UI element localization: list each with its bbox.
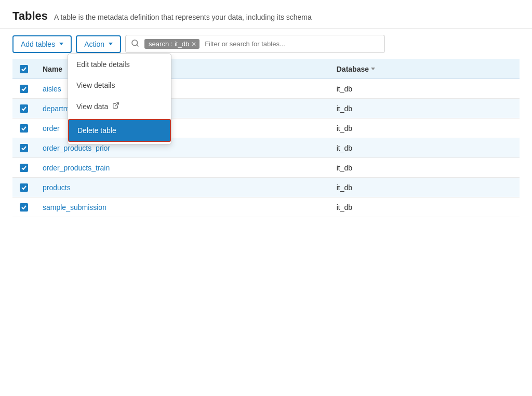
row-name-cell: sample_submission (35, 197, 329, 217)
svg-line-0 (115, 103, 118, 106)
edit-table-details-label: Edit table details (76, 60, 130, 69)
row-database-cell: it_db (329, 118, 520, 138)
database-header: Database (329, 59, 520, 79)
checkbox-header (12, 59, 35, 79)
table-row: productsit_db (12, 178, 520, 197)
action-label: Action (84, 40, 104, 48)
add-tables-button[interactable]: Add tables (12, 35, 72, 53)
view-details-item[interactable]: View details (68, 75, 171, 96)
header-checkbox[interactable] (20, 65, 28, 73)
row-checkbox-cell (12, 158, 35, 178)
search-tag-text: search : it_db (149, 40, 189, 48)
chevron-down-icon (109, 43, 113, 45)
row-checkbox-cell (12, 79, 35, 99)
row-name-cell: products (35, 178, 329, 197)
external-link-icon (112, 102, 119, 111)
add-tables-label: Add tables (21, 40, 55, 48)
row-database-cell: it_db (329, 178, 520, 197)
table-name-link[interactable]: order_products_train (43, 164, 110, 172)
database-filter-icon[interactable] (371, 68, 375, 70)
search-icon (126, 35, 144, 52)
search-tag-close-icon[interactable]: ✕ (191, 41, 196, 47)
view-details-label: View details (76, 81, 115, 89)
row-database-cell: it_db (329, 138, 520, 158)
row-checkbox[interactable] (20, 124, 28, 133)
delete-table-item[interactable]: Delete table (68, 119, 171, 142)
search-bar[interactable]: search : it_db ✕ (125, 35, 385, 53)
action-dropdown-menu: Edit table details View details View dat… (68, 54, 171, 144)
row-database-cell: it_db (329, 158, 520, 178)
row-name-cell: order_products_train (35, 158, 329, 178)
row-checkbox[interactable] (20, 85, 28, 93)
edit-table-details-item[interactable]: Edit table details (68, 54, 171, 75)
page-subtitle: A table is the metadata definition that … (54, 13, 312, 21)
chevron-down-icon (59, 43, 63, 45)
action-button[interactable]: Action (76, 35, 121, 53)
row-checkbox[interactable] (20, 144, 28, 152)
view-data-label: View data (76, 102, 108, 111)
search-tag: search : it_db ✕ (144, 39, 200, 49)
toolbar: Add tables Action Edit table details Vie… (0, 29, 532, 59)
page-title: Tables (12, 9, 48, 23)
row-checkbox-cell (12, 118, 35, 138)
table-name-link[interactable]: order (43, 124, 60, 133)
row-checkbox-cell (12, 138, 35, 158)
row-checkbox[interactable] (20, 104, 28, 113)
row-checkbox[interactable] (20, 203, 28, 212)
row-checkbox-cell (12, 99, 35, 118)
row-checkbox[interactable] (20, 164, 28, 172)
row-checkbox-cell (12, 197, 35, 217)
table-row: sample_submissionit_db (12, 197, 520, 217)
table-name-link[interactable]: sample_submission (43, 203, 107, 212)
row-checkbox[interactable] (20, 183, 28, 192)
row-database-cell: it_db (329, 197, 520, 217)
row-database-cell: it_db (329, 99, 520, 118)
page-header: Tables A table is the metadata definitio… (0, 0, 532, 29)
table-name-link[interactable]: aisles (43, 85, 61, 93)
search-input[interactable] (203, 36, 384, 51)
table-name-link[interactable]: order_products_prior (43, 144, 110, 152)
delete-table-label: Delete table (77, 126, 116, 135)
database-header-label: Database (337, 65, 369, 73)
view-data-item[interactable]: View data (68, 96, 171, 117)
row-checkbox-cell (12, 178, 35, 197)
svg-line-2 (137, 45, 138, 46)
row-database-cell: it_db (329, 79, 520, 99)
table-name-link[interactable]: products (43, 183, 71, 192)
table-row: order_products_trainit_db (12, 158, 520, 178)
